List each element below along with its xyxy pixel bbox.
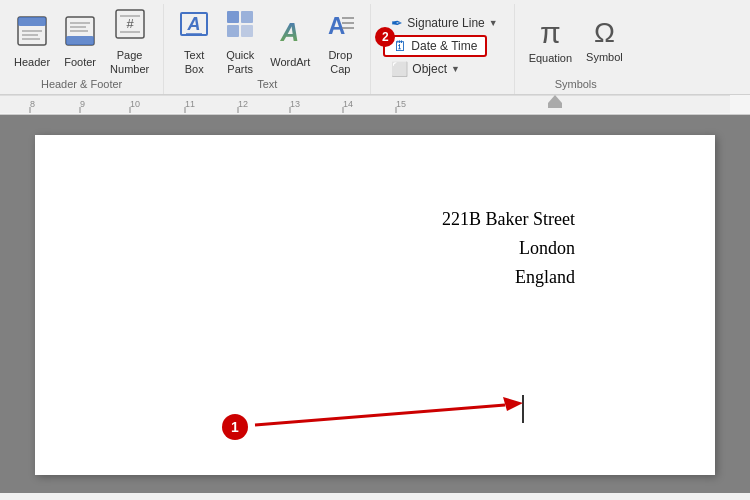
header-button[interactable]: Header (8, 8, 56, 76)
document-content: 221B Baker Street London England (95, 165, 655, 291)
ruler: 8 9 10 11 12 13 14 15 (0, 95, 750, 115)
drop-cap-label: DropCap (328, 49, 352, 75)
svg-line-47 (255, 405, 505, 425)
svg-text:15: 15 (396, 99, 406, 109)
svg-rect-19 (227, 25, 239, 37)
annotation-area: 1 (35, 365, 715, 445)
text-buttons: A TextBox Quick (172, 4, 362, 76)
document-line-3: England (515, 263, 575, 292)
svg-text:12: 12 (238, 99, 248, 109)
object-label: Object (412, 62, 447, 76)
svg-rect-17 (227, 11, 239, 23)
signature-line-icon: ✒ (391, 15, 403, 31)
ribbon-body: Header Footer (0, 0, 750, 94)
svg-text:8: 8 (30, 99, 35, 109)
date-time-button[interactable]: 🗓 Date & Time (383, 35, 487, 57)
svg-text:#: # (126, 16, 134, 31)
quick-parts-label: QuickParts (226, 49, 254, 75)
wordart-icon: A (274, 15, 306, 52)
signature-line-label: Signature Line (407, 16, 484, 30)
ribbon: Header Footer (0, 0, 750, 95)
symbol-label: Symbol (586, 51, 623, 64)
symbol-button[interactable]: Ω Symbol (580, 8, 629, 76)
ribbon-group-text: A TextBox Quick (164, 4, 371, 94)
ruler-svg: 8 9 10 11 12 13 14 15 (0, 95, 730, 113)
wordart-button[interactable]: A WordArt (264, 8, 316, 76)
svg-rect-20 (241, 25, 253, 37)
document-area: 221B Baker Street London England 1 (0, 115, 750, 493)
arrow-svg: 1 (35, 365, 715, 445)
ribbon-group-header-footer: Header Footer (0, 4, 164, 94)
svg-text:A: A (187, 14, 201, 34)
header-label: Header (14, 56, 50, 69)
svg-text:A: A (280, 17, 300, 47)
svg-rect-45 (548, 103, 562, 108)
date-time-icon: 🗓 (393, 38, 407, 54)
page-number-button[interactable]: # PageNumber (104, 8, 155, 76)
document-line-2: London (519, 234, 575, 263)
document-page: 221B Baker Street London England 1 (35, 135, 715, 475)
page-number-icon: # (114, 8, 146, 45)
equation-icon: π (540, 18, 561, 48)
equation-label: Equation (529, 52, 572, 65)
ribbon-group-insert: ✒ Signature Line ▼ 🗓 Date & Time 2 ⬜ Obj… (371, 4, 514, 94)
quick-parts-icon (224, 8, 256, 45)
svg-text:14: 14 (343, 99, 353, 109)
svg-rect-1 (18, 17, 46, 26)
drop-cap-button[interactable]: A DropCap (318, 8, 362, 76)
header-footer-buttons: Header Footer (8, 4, 155, 76)
date-time-label: Date & Time (411, 39, 477, 53)
object-icon: ⬜ (391, 61, 408, 77)
quick-parts-button[interactable]: QuickParts (218, 8, 262, 76)
equation-button[interactable]: π Equation (523, 8, 578, 76)
svg-text:1: 1 (231, 419, 239, 435)
svg-text:10: 10 (130, 99, 140, 109)
text-box-button[interactable]: A TextBox (172, 8, 216, 76)
text-group-label: Text (257, 76, 277, 94)
symbols-group-label: Symbols (555, 76, 597, 94)
footer-button[interactable]: Footer (58, 8, 102, 76)
svg-rect-26 (0, 95, 730, 113)
symbols-buttons: π Equation Ω Symbol (523, 4, 629, 76)
header-icon (16, 15, 48, 52)
text-box-icon: A (178, 8, 210, 45)
signature-line-button[interactable]: ✒ Signature Line ▼ (383, 12, 505, 34)
svg-rect-6 (66, 36, 94, 45)
header-footer-group-label: Header & Footer (41, 76, 122, 94)
document-line-1: 221B Baker Street (442, 205, 575, 234)
page-number-label: PageNumber (110, 49, 149, 75)
object-dropdown: ▼ (451, 64, 460, 74)
text-box-label: TextBox (184, 49, 204, 75)
footer-label: Footer (64, 56, 96, 69)
symbol-icon: Ω (594, 19, 615, 47)
svg-text:11: 11 (185, 99, 195, 109)
svg-text:9: 9 (80, 99, 85, 109)
footer-icon (64, 15, 96, 52)
date-time-wrapper: 🗓 Date & Time 2 (383, 35, 505, 57)
ribbon-group-symbols: π Equation Ω Symbol Symbols (515, 4, 637, 94)
svg-rect-18 (241, 11, 253, 23)
signature-line-dropdown: ▼ (489, 18, 498, 28)
svg-text:A: A (328, 12, 345, 39)
insert-small-buttons: ✒ Signature Line ▼ 🗓 Date & Time 2 ⬜ Obj… (379, 4, 505, 80)
svg-text:13: 13 (290, 99, 300, 109)
drop-cap-icon: A (324, 8, 356, 45)
object-button[interactable]: ⬜ Object ▼ (383, 58, 505, 80)
wordart-label: WordArt (270, 56, 310, 69)
svg-marker-48 (503, 397, 523, 411)
